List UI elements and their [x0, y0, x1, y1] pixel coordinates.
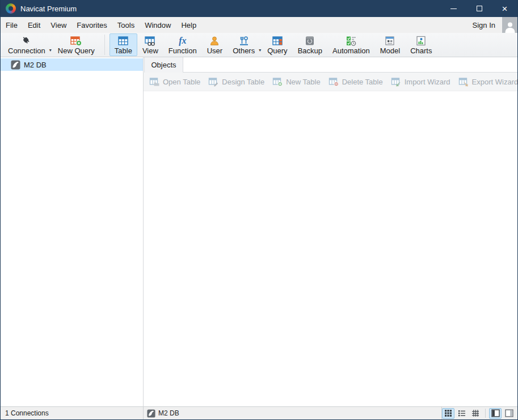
- import-wizard-button[interactable]: Import Wizard: [391, 77, 450, 87]
- design-table-button[interactable]: Design Table: [208, 77, 264, 87]
- toolbar-label: Connection: [8, 46, 45, 55]
- toolbar-button-view[interactable]: View: [137, 33, 163, 56]
- left-panel-toggle-button[interactable]: [489, 408, 502, 419]
- menu-help[interactable]: Help: [176, 17, 201, 33]
- right-panel-toggle-button[interactable]: [503, 408, 515, 419]
- toolbar-button-function[interactable]: fx Function: [163, 33, 202, 56]
- statusbar-separator: [485, 409, 486, 418]
- minimize-button[interactable]: [441, 0, 466, 17]
- left-panel-icon: [491, 409, 500, 417]
- tab-strip: Objects: [144, 57, 517, 73]
- toolbar-button-connection[interactable]: Connection: [3, 33, 50, 56]
- navicat-logo-icon: [6, 3, 16, 14]
- maximize-icon: [477, 6, 482, 11]
- toolbar-label: View: [142, 46, 158, 55]
- main-area: Objects Open Table: [144, 57, 517, 406]
- objects-content-empty: [144, 91, 517, 406]
- window-title: Navicat Premium: [20, 5, 77, 13]
- mysql-dolphin-icon: [147, 409, 155, 418]
- detail-view-button[interactable]: [469, 408, 482, 419]
- object-toolbar-label: Open Table: [163, 78, 200, 86]
- toolbar-label: Charts: [410, 46, 432, 55]
- tab-objects[interactable]: Objects: [144, 57, 183, 73]
- menu-bar: File Edit View Favorites Tools Window He…: [1, 17, 517, 33]
- new-table-icon: [272, 77, 283, 87]
- detail-view-icon: [471, 409, 479, 417]
- export-wizard-icon: [458, 77, 469, 87]
- main-row: M2 DB Objects Open Table: [1, 57, 517, 406]
- maximize-button[interactable]: [466, 0, 492, 17]
- list-view-icon: [458, 409, 466, 417]
- others-icon: [238, 35, 250, 46]
- connection-item-m2db[interactable]: M2 DB: [1, 58, 143, 71]
- charts-icon: [415, 35, 427, 46]
- avatar-person-icon: [504, 20, 516, 33]
- connection-dropdown-arrow[interactable]: ▾: [49, 48, 52, 53]
- toolbar-label: Model: [380, 46, 400, 55]
- automation-icon: [345, 35, 357, 46]
- toolbar-label: Query: [267, 46, 287, 55]
- toolbar-button-charts[interactable]: Charts: [405, 33, 437, 56]
- new-query-icon: [70, 35, 82, 46]
- title-bar: Navicat Premium ×: [1, 0, 517, 17]
- object-toolbar-label: Import Wizard: [405, 78, 450, 86]
- toolbar-label: New Query: [58, 46, 95, 55]
- statusbar-connection-name: M2 DB: [158, 409, 179, 417]
- query-icon: [272, 35, 283, 46]
- object-toolbar-label: New Table: [286, 78, 320, 86]
- toolbar-label: Table: [115, 46, 132, 55]
- new-table-button[interactable]: New Table: [272, 77, 320, 87]
- toolbar-button-backup[interactable]: Backup: [293, 33, 327, 56]
- user-icon: [209, 35, 220, 46]
- menu-tools[interactable]: Tools: [112, 17, 140, 33]
- toolbar-button-table[interactable]: Table: [110, 33, 137, 56]
- main-toolbar: Connection ▾ New Query: [1, 33, 517, 57]
- toolbar-button-new-query[interactable]: New Query: [53, 33, 100, 56]
- view-icon: [144, 35, 157, 46]
- menu-file[interactable]: File: [1, 17, 23, 33]
- import-wizard-icon: [391, 77, 402, 87]
- object-toolbar-label: Design Table: [222, 78, 264, 86]
- status-bar: 1 Connections M2 DB: [1, 406, 517, 419]
- object-toolbar: Open Table Design Table: [144, 73, 517, 91]
- connection-name: M2 DB: [24, 61, 47, 69]
- statusbar-connection: M2 DB: [144, 407, 441, 419]
- delete-table-icon: [329, 77, 339, 87]
- minimize-icon: [450, 9, 457, 9]
- toolbar-button-automation[interactable]: Automation: [327, 33, 375, 56]
- function-icon: fx: [179, 35, 186, 46]
- object-toolbar-label: Export Wizard: [472, 78, 518, 86]
- right-panel-icon: [505, 409, 513, 417]
- mysql-dolphin-icon: [11, 60, 20, 70]
- export-wizard-button[interactable]: Export Wizard: [458, 77, 518, 87]
- toolbar-label: Others: [233, 46, 255, 55]
- statusbar-view-controls: [441, 407, 517, 419]
- close-icon: ×: [502, 4, 508, 14]
- menu-favorites[interactable]: Favorites: [71, 17, 112, 33]
- list-view-button[interactable]: [456, 408, 468, 419]
- toolbar-button-query[interactable]: Query: [262, 33, 292, 56]
- delete-table-button[interactable]: Delete Table: [329, 77, 383, 87]
- model-icon: [384, 35, 395, 46]
- menu-window[interactable]: Window: [140, 17, 176, 33]
- toolbar-button-others[interactable]: Others: [228, 33, 260, 56]
- menu-view[interactable]: View: [45, 17, 71, 33]
- sign-in-link[interactable]: Sign In: [466, 21, 502, 29]
- connections-count: 1 Connections: [1, 407, 144, 419]
- object-toolbar-label: Delete Table: [342, 78, 383, 86]
- connection-tree: M2 DB: [1, 57, 144, 406]
- close-button[interactable]: ×: [492, 0, 517, 17]
- toolbar-button-user[interactable]: User: [202, 33, 228, 56]
- open-table-button[interactable]: Open Table: [149, 77, 200, 87]
- grid-view-button[interactable]: [442, 408, 454, 419]
- design-table-icon: [208, 77, 219, 87]
- menu-edit[interactable]: Edit: [23, 17, 45, 33]
- table-icon: [117, 35, 129, 46]
- toolbar-label: User: [207, 46, 222, 55]
- others-dropdown-arrow[interactable]: ▾: [259, 48, 261, 53]
- connection-icon: [21, 35, 32, 46]
- toolbar-button-model[interactable]: Model: [375, 33, 405, 56]
- open-table-icon: [149, 77, 160, 87]
- user-avatar[interactable]: [502, 17, 517, 33]
- backup-icon: [304, 35, 315, 46]
